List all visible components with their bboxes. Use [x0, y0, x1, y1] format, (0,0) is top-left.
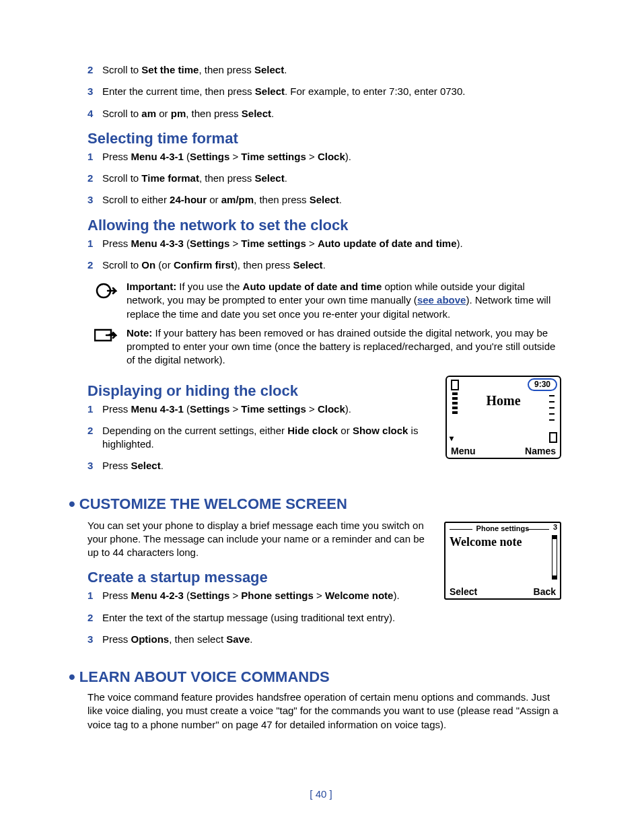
bullet-icon: •	[69, 493, 75, 515]
step-number: 3	[87, 85, 102, 98]
step-number: 2	[87, 63, 102, 77]
step-list-display: 1 Press Menu 4-3-1 (Settings > Time sett…	[87, 403, 429, 473]
welcome-note-label: Welcome note	[450, 535, 522, 549]
customize-paragraph: You can set your phone to display a brie…	[87, 519, 428, 560]
page-number: [ 40 ]	[0, 788, 642, 800]
bullet-icon: •	[69, 666, 75, 688]
step: 3 Press Select.	[87, 459, 429, 473]
step: 2 Enter the text of the startup message …	[87, 611, 428, 625]
phone-screen-home: 9:30 Home ▾ Menu Names	[445, 376, 561, 459]
note-callout: Note: If your battery has been removed o…	[94, 326, 561, 368]
step: 1 Press Menu 4-2-3 (Settings > Phone set…	[87, 589, 428, 602]
step: 4 Scroll to am or pm, then press Select.	[87, 107, 561, 120]
battery-icon	[451, 380, 459, 390]
heading-selecting-time-format: Selecting time format	[87, 130, 561, 147]
step: 1 Press Menu 4-3-1 (Settings > Time sett…	[87, 403, 429, 416]
step-number: 4	[87, 107, 102, 120]
step: 1 Press Menu 4-3-3 (Settings > Time sett…	[87, 237, 561, 250]
voice-paragraph: The voice command feature provides hands…	[87, 691, 561, 732]
see-above-link[interactable]: see above	[417, 294, 466, 306]
phone-settings-number: 3	[553, 523, 557, 531]
clock-highlight: 9:30	[528, 378, 557, 391]
softkey-select: Select	[450, 586, 477, 597]
softkey-back: Back	[534, 586, 556, 597]
softkey-names: Names	[525, 446, 556, 456]
step-text: Enter the current time, then press Selec…	[102, 85, 561, 98]
softkey-menu: Menu	[451, 446, 476, 456]
step: 2 Scroll to On (or Confirm first), then …	[87, 258, 561, 272]
step: 2 Scroll to Set the time, then press Sel…	[87, 63, 561, 77]
step: 1 Press Menu 4-3-1 (Settings > Time sett…	[87, 150, 561, 164]
step: 2 Depending on the current settings, eit…	[87, 424, 429, 452]
step: 3 Press Options, then select Save.	[87, 633, 428, 646]
heading-network-clock: Allowing the network to set the clock	[87, 217, 561, 234]
phone-settings-header: Phone settings	[445, 524, 560, 532]
phone-screen-welcome-note: Phone settings 3 Welcome note Select Bac…	[444, 522, 561, 600]
battery-small-icon	[549, 432, 557, 443]
step-text: Scroll to am or pm, then press Select.	[102, 107, 561, 120]
step: 3 Scroll to either 24-hour or am/pm, the…	[87, 193, 561, 207]
note-icon	[94, 326, 127, 368]
step: 2 Scroll to Time format, then press Sele…	[87, 172, 561, 185]
step-text: Scroll to Set the time, then press Selec…	[102, 63, 561, 77]
step-list-top: 2 Scroll to Set the time, then press Sel…	[87, 63, 561, 120]
important-callout: Important: If you use the Auto update of…	[94, 280, 561, 321]
home-label: Home	[447, 393, 560, 409]
scrollbar-icon	[552, 535, 557, 580]
step: 3 Enter the current time, then press Sel…	[87, 85, 561, 98]
antenna-icon: ▾	[450, 433, 454, 443]
step-list-network: 1 Press Menu 4-3-3 (Settings > Time sett…	[87, 237, 561, 273]
heading-voice-commands: •LEARN ABOUT VOICE COMMANDS	[69, 666, 561, 688]
heading-create-startup: Create a startup message	[87, 569, 428, 586]
important-icon	[94, 280, 127, 321]
step-list-create: 1 Press Menu 4-2-3 (Settings > Phone set…	[87, 589, 428, 646]
heading-display-clock: Displaying or hiding the clock	[87, 382, 429, 400]
step-list-time-format: 1 Press Menu 4-3-1 (Settings > Time sett…	[87, 150, 561, 207]
heading-customize-welcome: •CUSTOMIZE THE WELCOME SCREEN	[69, 493, 561, 515]
